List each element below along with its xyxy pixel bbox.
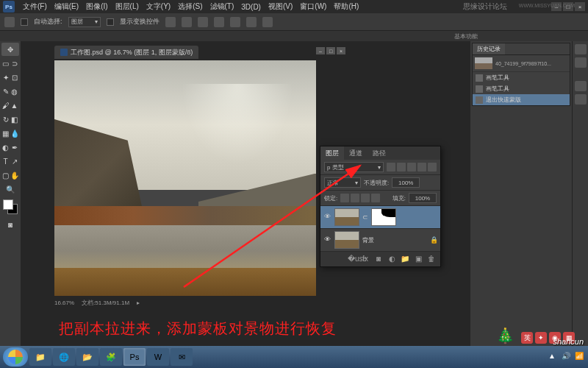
type-tool[interactable]: T (1, 155, 10, 168)
adjustment-icon[interactable]: ◐ (387, 255, 396, 263)
paths-tab[interactable]: 路径 (368, 146, 391, 160)
doc-minimize[interactable]: – (316, 47, 325, 54)
move-tool[interactable]: ✥ (1, 43, 19, 56)
lasso-tool[interactable]: ⊃ (10, 57, 18, 70)
history-item[interactable]: 画笔工具 (473, 72, 570, 83)
taskbar-browser[interactable]: 🌐 (53, 348, 75, 366)
layer-name[interactable]: 背景 (362, 236, 427, 244)
pen-tool[interactable]: ✒ (10, 141, 18, 154)
taskbar-explorer[interactable]: 📁 (29, 348, 51, 366)
visibility-icon[interactable]: 👁 (323, 236, 331, 244)
tray-icon[interactable]: 🔊 (562, 352, 572, 362)
opacity-input[interactable]: 100% (392, 177, 420, 188)
menu-image[interactable]: 图像(I) (82, 1, 111, 12)
layer-mask-thumb[interactable] (371, 208, 396, 226)
stamp-tool[interactable]: ▲ (10, 99, 18, 112)
new-layer-icon[interactable]: ▣ (414, 255, 423, 263)
group-icon[interactable]: 📁 (401, 255, 409, 263)
start-button[interactable] (3, 347, 28, 367)
tray-icon[interactable]: ▲ (548, 352, 559, 362)
filter-smart-icon[interactable] (428, 163, 437, 171)
adjustments-panel-icon[interactable] (575, 81, 587, 91)
gradient-tool[interactable]: ▦ (1, 127, 10, 140)
menu-file[interactable]: 文件(F) (19, 1, 51, 12)
link-layers-icon[interactable]: �use (348, 255, 356, 263)
fx-icon[interactable]: fx (361, 255, 370, 263)
eraser-tool[interactable]: ◧ (10, 113, 18, 126)
auto-select-checkbox[interactable] (21, 18, 28, 26)
filter-adj-icon[interactable] (397, 163, 406, 171)
system-tray[interactable]: ▲ 🔊 📶 (548, 352, 585, 362)
taskbar-mail[interactable]: ✉ (171, 348, 193, 366)
overlay-btn-1[interactable]: 英 (521, 332, 533, 344)
align-icon[interactable] (165, 17, 176, 27)
distribute-icon[interactable] (214, 17, 224, 27)
info-chevron-icon[interactable]: ▸ (137, 300, 140, 306)
fill-input[interactable]: 100% (409, 193, 437, 203)
color-swatch[interactable] (3, 199, 18, 214)
layer-row[interactable]: 👁 背景 🔒 (320, 229, 440, 252)
styles-panel-icon[interactable] (575, 94, 587, 105)
menu-layer[interactable]: 图层(L) (112, 1, 143, 12)
menu-3d[interactable]: 3D(D) (237, 3, 265, 11)
brush-tool[interactable]: 🖌 (1, 99, 10, 112)
layers-tab[interactable]: 图层 (320, 146, 344, 160)
dodge-tool[interactable]: ◐ (1, 141, 10, 154)
channels-tab[interactable]: 通道 (344, 146, 368, 160)
eyedropper-tool[interactable]: ✎ (1, 85, 10, 98)
auto-select-dropdown[interactable]: 图层▾ (68, 17, 101, 27)
kind-filter[interactable]: p 类型▾ (324, 162, 384, 172)
distribute-icon-2[interactable] (230, 17, 240, 27)
menu-edit[interactable]: 编辑(E) (51, 1, 82, 12)
menu-select[interactable]: 选择(S) (174, 1, 206, 12)
lock-pixel-icon[interactable] (351, 194, 359, 202)
menu-window[interactable]: 窗口(W) (296, 1, 330, 12)
swatches-panel-icon[interactable] (575, 57, 587, 68)
wand-tool[interactable]: ✦ (1, 71, 10, 84)
menu-help[interactable]: 帮助(H) (330, 1, 362, 12)
filter-type-icon[interactable] (407, 163, 416, 171)
visibility-icon[interactable]: 👁 (323, 213, 331, 222)
menu-type[interactable]: 文字(Y) (143, 1, 174, 12)
taskbar-word[interactable]: W (147, 348, 169, 366)
menu-view[interactable]: 视图(V) (265, 1, 296, 12)
blur-tool[interactable]: 💧 (10, 127, 18, 140)
canvas[interactable]: 16.67% 文档:51.3M/91.1M ▸ (54, 60, 316, 296)
taskbar-folder[interactable]: 📂 (76, 348, 98, 366)
doc-maximize[interactable]: □ (326, 47, 335, 54)
color-panel-icon[interactable] (575, 44, 587, 54)
align-icon-2[interactable] (182, 17, 192, 27)
history-item[interactable]: 退出快速蒙版 (473, 94, 570, 105)
filter-shape-icon[interactable] (417, 163, 426, 171)
delete-icon[interactable]: 🗑 (427, 255, 436, 263)
lock-pos-icon[interactable] (361, 194, 370, 202)
filter-pixel-icon[interactable] (387, 163, 395, 171)
3d-mode-icon[interactable] (262, 17, 273, 27)
quickmask-tool[interactable]: ◙ (1, 218, 19, 231)
transform-checkbox[interactable] (107, 18, 114, 26)
mask-icon[interactable]: ◙ (374, 255, 383, 263)
heal-tool[interactable]: ◍ (10, 85, 18, 98)
history-brush-tool[interactable]: ↻ (1, 113, 10, 126)
marquee-tool[interactable]: ▭ (1, 57, 10, 70)
lock-all-icon[interactable] (371, 194, 380, 202)
taskbar-photoshop[interactable]: Ps (123, 348, 146, 366)
link-icon[interactable]: ⊂ (362, 213, 368, 221)
tray-icon[interactable]: 📶 (575, 352, 585, 362)
close-button[interactable]: × (575, 2, 585, 11)
doc-close[interactable]: × (337, 47, 345, 54)
layer-row[interactable]: 👁 ⊂ (320, 206, 440, 229)
shape-tool[interactable]: ▢ (1, 169, 10, 182)
align-icon-3[interactable] (198, 17, 208, 27)
hand-tool[interactable]: ✋ (10, 169, 18, 182)
distribute-icon-3[interactable] (246, 17, 257, 27)
history-tab[interactable]: 历史记录 (473, 43, 505, 54)
history-item[interactable]: 画笔工具 (473, 83, 570, 94)
taskbar-app[interactable]: 🧩 (100, 348, 122, 366)
path-tool[interactable]: ↗ (10, 155, 18, 168)
document-tab[interactable]: 工作图.psd @ 16.7% (图层 1, 图层蒙版/8) (54, 46, 198, 59)
menu-filter[interactable]: 滤镜(T) (207, 1, 238, 12)
blend-mode-dropdown[interactable]: 正常▾ (324, 177, 361, 188)
crop-tool[interactable]: ⊡ (10, 71, 18, 84)
overlay-btn-2[interactable]: ✦ (535, 332, 547, 344)
